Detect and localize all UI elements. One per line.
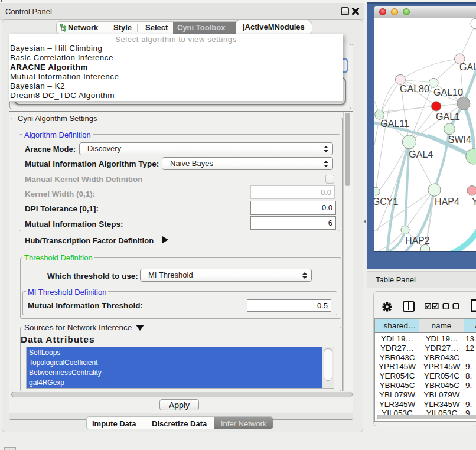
- svg-text:Y: Y: [472, 197, 476, 207]
- svg-text:GAL4: GAL4: [409, 149, 433, 159]
- svg-text:GAL11: GAL11: [380, 119, 409, 129]
- svg-text:HAP4: HAP4: [435, 197, 459, 207]
- svg-text:HAP2: HAP2: [405, 236, 430, 246]
- svg-text:GAL2: GAL2: [459, 62, 476, 72]
- svg-text:GAL80: GAL80: [400, 84, 429, 94]
- svg-text:GAL10: GAL10: [433, 87, 463, 97]
- svg-text:GAL1: GAL1: [436, 112, 460, 122]
- svg-text:GCY1: GCY1: [374, 197, 398, 207]
- svg-text:SWI4: SWI4: [448, 135, 471, 145]
